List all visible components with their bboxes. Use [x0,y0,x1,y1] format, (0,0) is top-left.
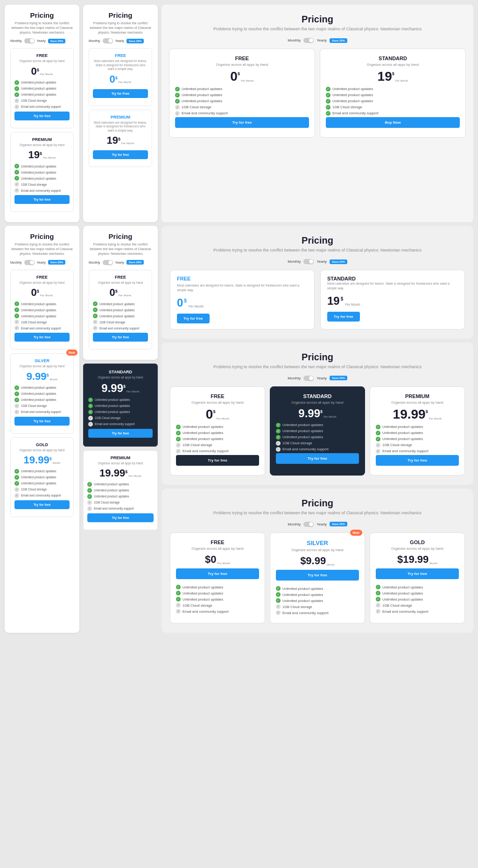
feat-text: Unlimited product updates [332,99,373,103]
premium-currency-1: $ [40,151,42,156]
free-btn-1[interactable]: Try for free [14,112,70,120]
free-per-5: Per Month [119,294,132,297]
standard-plan-lg-1: STANDARD Organize across all apps by han… [320,49,466,138]
free-btn-4[interactable]: Try for free [14,333,70,342]
standard-dark-desc: Organize across all apps by hand [88,376,153,379]
feat-text: Email and community support [21,327,61,330]
feat-icon: ✓ [14,98,19,103]
pricing-title-8: Pricing [170,498,465,509]
toggle-switch-1[interactable] [24,38,35,43]
right-col-2: Pricing Problems trying to resolve the c… [162,226,473,633]
free-name-5: FREE [93,275,148,280]
pricing-title-1: Pricing [10,11,74,19]
premium-period-1: Per Month [43,156,56,159]
feat-icon: ✓ [376,591,380,595]
standard-horiz-btn[interactable]: Try for free [327,312,360,322]
gold-plan-card: GOLD Organize across all apps by hand 19… [10,437,74,517]
feat-icon: ✓ [14,392,19,396]
feat-icon: ✓ [276,447,281,452]
feat-text: Unlimited product updates [21,93,56,96]
feat-icon: ✓ [14,105,19,109]
feat-icon: ✓ [376,603,380,608]
standard-dark-btn[interactable]: Try for free [88,429,153,438]
free-price-5: 0 [110,287,115,298]
yearly-label-6: Yearly [316,259,327,264]
pricing-subtitle-4: Problems trying to resolve the conflict … [10,242,74,256]
feat-icon: ✓ [276,592,281,597]
standard-dark-lg-btn[interactable]: Try for free [276,453,359,464]
free-cur-7: $ [213,409,215,414]
feat-text: Unlimited product updates [95,404,130,407]
pricing-title-7: Pricing [170,352,465,363]
monthly-label-1: Monthly [10,39,22,42]
free-btn-lg-1[interactable]: Try for free [175,117,309,128]
toggle-row-8: Monthly Yearly Save 25% [170,522,465,527]
feat-icon: ✓ [176,585,181,589]
feat-icon: ✓ [276,441,281,446]
free-plan-card-5: FREE Organize across all apps by hand 0 … [89,270,152,350]
feat-text: Unlimited product updates [183,597,223,602]
feat-icon: ✓ [87,506,92,511]
feat-text: Email and community support [21,189,61,192]
free-btn-5[interactable]: Try for free [93,333,148,342]
free-horiz-price: 0 [177,296,183,309]
free-desc-5: Organize across all apps by hand [93,281,148,285]
pricing-title-4: Pricing [10,232,74,240]
toggle-switch-5[interactable] [103,260,113,265]
free-btn-8[interactable]: Try for free [176,568,259,579]
yearly-label-1: Yearly [37,39,46,42]
monthly-label-7: Monthly [288,376,301,380]
gold-btn[interactable]: Try for free [14,500,70,509]
save-badge-3: Save 25% [330,38,347,43]
free-btn-2[interactable]: Try for Free [93,89,148,98]
feat-icon: ✓ [14,176,19,181]
pricing-title-5: Pricing [89,232,152,240]
free-plan-card-4: FREE Organize across all apps by hand 0 … [10,270,74,350]
feat-icon: ✓ [326,87,330,91]
free-price-2: 0 [110,74,115,84]
silver-btn[interactable]: Try for free [14,417,70,426]
feat-text: 1GB Cloud storage [21,488,47,491]
standard-btn-lg-1[interactable]: Buy Now [326,117,460,128]
feat-text: Unlimited product updates [282,435,323,439]
monthly-label-4: Monthly [10,261,22,264]
save-badge-1: Save 25% [48,39,66,43]
standard-horiz-card: STANDARD Most calendars are designed for… [320,270,465,329]
save-badge-5: Save 25% [127,260,144,265]
premium-btn-7[interactable]: Try for free [376,455,459,466]
free-price-4: 0 [31,287,37,298]
gold-btn-8[interactable]: Try for free [376,568,459,579]
standard-horiz-desc: Most calendars are designed for teams. S… [327,281,458,291]
feat-text: 1GB Cloud storage [282,605,312,609]
feat-icon: ✓ [376,443,380,448]
monthly-label-3: Monthly [288,38,301,42]
monthly-label-2: Monthly [89,39,100,42]
feat-text: Email and community support [382,449,429,453]
feat-icon: ✓ [93,326,98,330]
feat-icon: ✓ [14,481,19,486]
monthly-label-6: Monthly [288,259,301,264]
feat-text: Unlimited product updates [282,423,323,427]
premium-price-5: 19.99 [99,468,125,478]
toggle-switch-8[interactable] [303,522,314,527]
toggle-switch-4[interactable] [24,260,35,265]
feat-icon: ✓ [176,449,181,454]
premium-name-2: PREMIUM [93,115,148,119]
toggle-switch-2[interactable] [103,38,113,43]
toggle-switch-7[interactable] [303,376,314,381]
feat-icon: ✓ [87,500,92,505]
feat-text: Unlimited product updates [332,87,373,91]
free-horiz-btn[interactable]: Try for free [177,314,210,323]
toggle-switch-3[interactable] [303,38,314,43]
feat-text: Unlimited product updates [332,93,373,97]
standard-dark-price: 9.99 [101,383,123,394]
premium-btn-2[interactable]: Try for free [93,150,148,159]
feat-icon: ✓ [14,164,19,168]
free-btn-7[interactable]: Try for free [176,455,259,466]
feat-text: Unlimited product updates [95,398,130,401]
premium-btn-1[interactable]: Try for free [14,195,70,204]
premium-price-7: 19.99 [393,408,426,421]
toggle-switch-6[interactable] [303,259,314,264]
silver-btn-8[interactable]: Try for free [276,570,359,581]
premium-btn-5[interactable]: Try for free [87,513,154,522]
